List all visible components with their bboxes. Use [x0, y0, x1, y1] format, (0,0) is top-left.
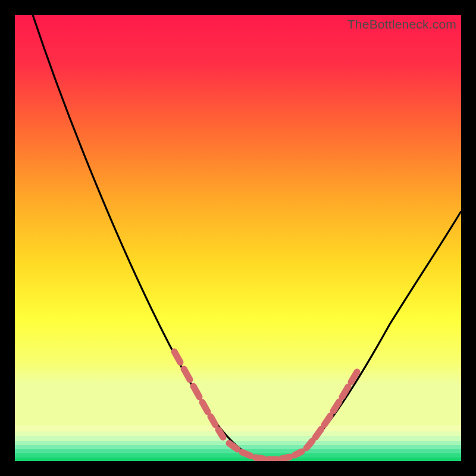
chart-frame: TheBottleneck.com — [15, 15, 461, 461]
svg-rect-7 — [15, 458, 461, 461]
svg-rect-3 — [15, 441, 461, 445]
svg-line-13 — [218, 430, 223, 437]
green-band-group — [15, 425, 461, 461]
svg-line-19 — [295, 452, 302, 455]
svg-rect-2 — [15, 436, 461, 441]
heat-gradient — [15, 15, 461, 425]
svg-line-11 — [202, 402, 208, 412]
svg-rect-0 — [15, 425, 461, 431]
svg-line-15 — [242, 452, 250, 456]
svg-line-20 — [306, 441, 312, 448]
svg-line-12 — [211, 416, 215, 425]
svg-rect-1 — [15, 431, 461, 436]
bottleneck-chart — [15, 15, 461, 461]
watermark-text: TheBottleneck.com — [347, 17, 456, 32]
svg-line-16 — [255, 458, 264, 459]
svg-rect-6 — [15, 453, 461, 458]
svg-line-18 — [281, 457, 290, 459]
